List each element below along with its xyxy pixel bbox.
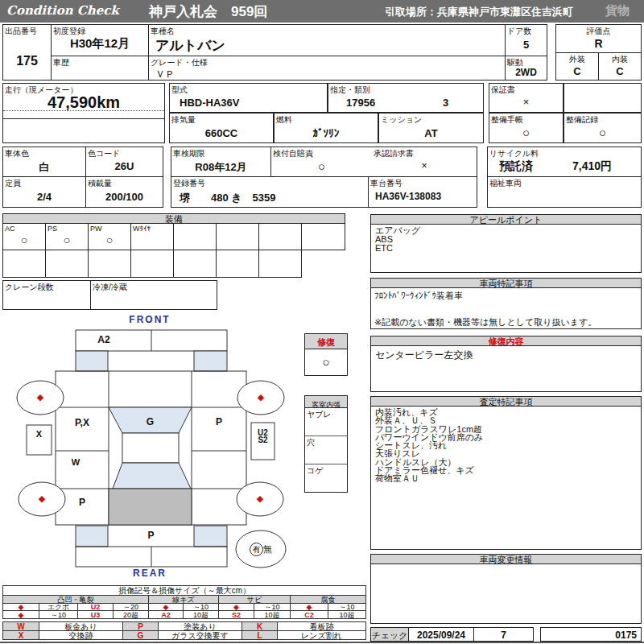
- zone-left-box: X: [27, 429, 52, 439]
- capacity-value: 2/4: [3, 191, 85, 203]
- equipment-cell-empty: [2, 250, 46, 278]
- warranty-label: 保証書: [491, 85, 515, 96]
- zone-left-mid: W: [56, 457, 96, 467]
- assessment-notes-list: 内装汚れ、キズ 外装Ａ、Ｕ、Ｓ フロントガラスワレ1cm超 パワーウインドウ前席…: [375, 408, 483, 483]
- transmission-value: AT: [379, 127, 483, 139]
- model-name-value: アルトバン: [155, 36, 225, 55]
- warranty-value: ×: [489, 96, 563, 108]
- class-cell: 指定・類別 17956 3: [328, 83, 484, 113]
- repair-flag-header: 修復: [305, 334, 347, 349]
- divider-dotted: [3, 110, 164, 111]
- capacity-cell: 定員 2/4: [2, 176, 86, 208]
- zone-left-rear: P: [56, 497, 109, 508]
- lot-number-label: 出品番号: [5, 26, 37, 37]
- zone-rear-center: P: [108, 530, 194, 541]
- rear-label: REAR: [120, 568, 180, 579]
- displacement-cell: 排気量 660CC: [169, 113, 274, 143]
- load-capacity-value: 200/100: [86, 191, 163, 203]
- brand-logo: Condition Check: [6, 3, 119, 18]
- mileage-value: 47,590km: [3, 93, 164, 112]
- insurance-cell: 検付自賠責 ○: [270, 147, 373, 177]
- equipment-label-pw: PW: [90, 225, 102, 233]
- model-code-cell: 型式 HBD-HA36V: [169, 83, 328, 113]
- approval-value: ×: [372, 159, 477, 171]
- divider-solid: [3, 118, 164, 119]
- assessment-notes-header: 査定特記事項: [370, 396, 642, 407]
- repair-details-header: 修復内容: [370, 336, 642, 346]
- welfare-vehicle-cell: 福祉車両: [487, 176, 642, 208]
- color-code-value: 26U: [86, 160, 163, 172]
- interior-grade-value: C: [599, 65, 641, 77]
- appeal-points-box: アピールポイント エアバッグ ABS ETC: [370, 214, 642, 273]
- legend-code: C2: [290, 610, 328, 619]
- sheet-code-value: 0175: [541, 630, 641, 641]
- fuel-label: 燃料: [276, 114, 292, 126]
- vehicle-notes-box: 車両特記事項 ﾌﾛﾝﾄﾊﾟﾜｰｳｨﾝﾄﾞｳ装着車 ※記載のない書類・機器等は無し…: [370, 278, 642, 329]
- chassis-number-value: HA36V-138083: [375, 191, 441, 202]
- history-cell: 車歴: [51, 56, 149, 80]
- crane-steps-cell: クレーン段数: [2, 280, 91, 310]
- legend-code: A2: [148, 610, 184, 619]
- repair-flag-mark: ○: [305, 355, 347, 369]
- fuel-value: ｶﾞｿﾘﾝ: [275, 127, 378, 139]
- condition-check-sheet: Condition Check 神戸入札会 959回 引取場所：兵庫県神戸市東灘…: [0, 0, 644, 644]
- exterior-grade-value: C: [556, 65, 598, 77]
- zone-hood: A2: [76, 334, 132, 345]
- color-code-label: 色コード: [88, 148, 120, 159]
- equipment-cell-empty: [301, 223, 345, 250]
- front-label: FRONT: [120, 314, 180, 325]
- symbol-code-x: X: [2, 630, 39, 640]
- first-reg-cell: 初度登録 H30年12月: [51, 24, 149, 56]
- appeal-points-list: エアバッグ ABS ETC: [375, 226, 420, 253]
- appeal-line: ETC: [375, 244, 420, 253]
- model-code-value: HBD-HA36V: [180, 97, 239, 109]
- wheel-damage-mark-front-left: ◆: [35, 392, 46, 402]
- insurance-label: 検付自賠責: [273, 148, 313, 159]
- warranty-empty-cell: [564, 83, 642, 113]
- equipment-cell-empty: [173, 250, 217, 278]
- check-date-value: 2025/09/24: [409, 630, 473, 641]
- approval-cell: 承認請求書 ×: [372, 147, 477, 177]
- wheel-damage-mark-rear-right: ◆: [254, 493, 266, 504]
- displacement-value: 660CC: [170, 127, 273, 139]
- spare-tire-indicator: 有無: [237, 543, 284, 556]
- equipment-cell-empty: [130, 250, 174, 278]
- equipment-cell-empty: [45, 250, 89, 278]
- inspection-cell: 車検期限 R08年12月: [171, 147, 271, 177]
- recycle-status-value: 預託済: [499, 159, 533, 174]
- symbol-desc-l: レンズ割れ: [277, 630, 366, 640]
- legend-text: 10超: [328, 610, 366, 619]
- fridge-freezer-label: 冷凍/冷蔵: [93, 282, 127, 293]
- maintenance-book-label: 整備手帳: [491, 114, 523, 126]
- inspection-label: 車検期限: [173, 148, 205, 159]
- maintenance-book-value: ○: [489, 126, 563, 139]
- mileage-cell: 走行（現メーター） 47,590km: [2, 83, 165, 143]
- capacity-label: 定員: [5, 178, 21, 189]
- body-color-value: 白: [3, 160, 85, 175]
- title-bar: Condition Check 神戸入札会 959回 引取場所：兵庫県神戸市東灘…: [0, 0, 644, 23]
- drive-cell: 駆動 2WD: [505, 56, 547, 80]
- doors-cell: ドア数 5: [505, 24, 547, 56]
- class-value-2: 3: [443, 97, 448, 109]
- lot-number-cell: 出品番号 175: [2, 24, 52, 80]
- class-value-1: 17956: [346, 97, 375, 109]
- model-code-label: 型式: [171, 85, 188, 96]
- doors-label: ドア数: [507, 26, 531, 37]
- symbol-code-l: L: [242, 630, 278, 640]
- drive-value: 2WD: [506, 67, 547, 78]
- interior-item-hole: 穴: [307, 437, 315, 448]
- equipment-label-ac: AC: [5, 225, 15, 233]
- doors-value: 5: [506, 39, 547, 51]
- grade-label: グレード・仕様: [151, 57, 208, 68]
- grade-value: ＶＰ: [155, 68, 175, 81]
- zone-right-box-line2: S2: [258, 436, 267, 444]
- score-cell: 評価点 R: [555, 24, 642, 53]
- approval-label: 承認請求書: [374, 148, 414, 159]
- transmission-cell: ミッション AT: [378, 113, 484, 143]
- model-name-cell: 車種名 アルトバン: [148, 24, 506, 56]
- pickup-location: 引取場所：兵庫県神戸市東灘区住吉浜町: [385, 5, 573, 19]
- fuel-cell: 燃料 ｶﾞｿﾘﾝ: [274, 113, 378, 143]
- interior-item-tear: ヤブレ: [307, 409, 332, 420]
- grade-cell: グレード・仕様 ＶＰ: [148, 56, 506, 80]
- check-number-value: 7: [474, 630, 533, 641]
